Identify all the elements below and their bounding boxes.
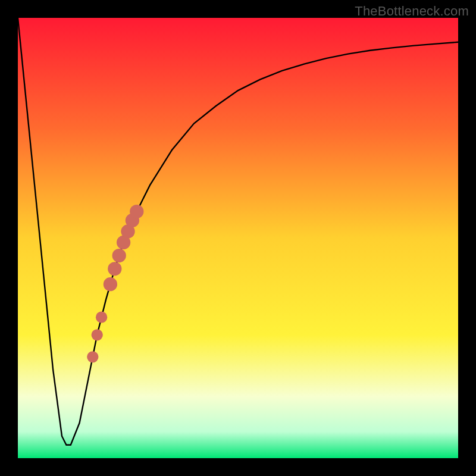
bottleneck-chart <box>0 0 476 476</box>
chart-background <box>18 18 458 458</box>
curve-marker <box>130 205 143 218</box>
curve-marker <box>104 277 117 291</box>
chart-stage: TheBottleneck.com <box>0 0 476 476</box>
curve-marker <box>87 351 98 362</box>
curve-marker <box>92 329 103 340</box>
watermark-text: TheBottleneck.com <box>355 4 469 19</box>
curve-marker <box>96 312 107 323</box>
curve-marker <box>112 249 126 262</box>
curve-marker <box>108 262 121 275</box>
